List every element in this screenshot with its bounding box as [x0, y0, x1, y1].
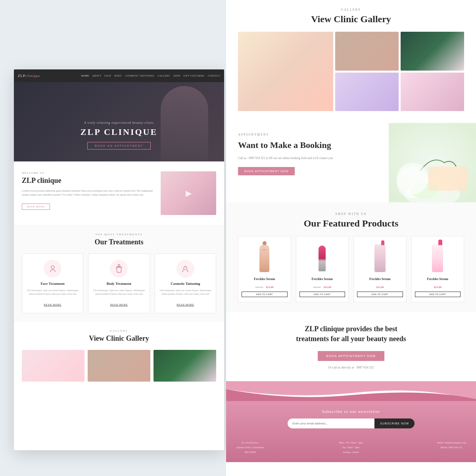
r-cta-phone: Or call us directly at 0987 654 321: [238, 366, 464, 369]
r-appointment: APPOINTMENT Want to Make a Booking Call …: [226, 123, 476, 202]
product-4-cart-btn[interactable]: ADD TO CART: [415, 292, 461, 297]
nav-contact[interactable]: CONTACT: [208, 75, 220, 77]
r-gallery-2: [335, 32, 399, 71]
product-3-name: Freckles Serum: [357, 277, 403, 281]
welcome-image: [161, 171, 216, 215]
welcome-body: Colebet erat proximus habertem gaiae mun…: [22, 189, 155, 197]
product-1-name: Freckles Serum: [242, 277, 288, 281]
product-3-image: [357, 242, 403, 274]
product-2-name: Freckles Serum: [299, 277, 345, 281]
product-2-new-price: $22.00: [324, 286, 331, 289]
product-2-lipstick: [319, 246, 326, 271]
nav-shop[interactable]: SHOP: [173, 75, 180, 77]
product-4-bottle: [432, 244, 443, 272]
body-name: Body Treatment: [92, 282, 145, 286]
nav-face[interactable]: FACE: [105, 75, 111, 77]
cosmetic-name: Cosmetic Tattooing: [159, 282, 212, 286]
body-link[interactable]: READ MORE: [110, 303, 128, 306]
face-link[interactable]: READ MORE: [44, 303, 61, 306]
welcome-text: WELCOME TO ZLP clinique Colebet erat pro…: [22, 171, 155, 210]
r-appt-label: APPOINTMENT: [238, 133, 377, 136]
nav-logo: ZLPclinique: [18, 74, 40, 78]
nav-cosmetic[interactable]: COSMETIC TATTOOING: [125, 75, 155, 77]
product-1-cart-btn[interactable]: ADD TO CART: [242, 292, 288, 297]
r-appt-btn[interactable]: BOOK APPOINTMENT NOW: [238, 167, 295, 175]
product-4-price: $25.00: [415, 282, 461, 290]
r-gallery-4: [335, 73, 399, 111]
body-icon: [110, 260, 128, 278]
welcome-section: WELCOME TO ZLP clinique Colebet erat pro…: [14, 161, 224, 225]
treatment-body: Body Treatment Ulla formaoque. Quin usu …: [88, 253, 150, 313]
r-newsletter: Subscribe to our newsletter SUBSCRIBE NO…: [226, 401, 476, 434]
r-products-title: Our Featured Products: [238, 218, 464, 229]
product-3-bottle: [374, 244, 386, 272]
gallery-left-3: [154, 350, 216, 382]
gallery-section-left: GALLERY View Clinic Gallery: [14, 321, 224, 388]
nav-body[interactable]: BODY: [115, 75, 122, 77]
r-gallery-label: GALLERY: [238, 8, 464, 12]
r-products-grid: Glow Freckles Serum $32.00 $22.00 ADD TO…: [238, 236, 464, 302]
body-desc: Ulla formaoque. Quin usu comua figuras. …: [92, 289, 145, 296]
product-3-price: $22.00: [376, 286, 384, 289]
product-3: Freckles Serum $22.00 ADD TO CART: [353, 236, 407, 302]
r-email-row: SUBSCRIBE NOW: [288, 418, 415, 428]
r-footer-address-text: 221 Second Ave., Adriene Drive, Cheatont…: [236, 440, 265, 454]
r-subscribe-btn[interactable]: SUBSCRIBE NOW: [374, 418, 415, 428]
nav-bar: ZLPclinique HOME ABOUT FACE BODY COSMETI…: [14, 69, 224, 82]
r-footer-hours: Mon - Fri: 10am - 7pm Sat: 10am - 3pm Su…: [339, 440, 363, 454]
r-appt-content: APPOINTMENT Want to Make a Booking Call …: [226, 123, 389, 202]
nav-gift[interactable]: GIFT VOUCHERS: [183, 75, 204, 77]
product-2-cart-btn[interactable]: ADD TO CART: [299, 292, 345, 297]
r-gallery-grid: [238, 32, 464, 111]
treatments-label: TOP MOST TREATMENTS: [22, 233, 216, 236]
r-footer-hours-text: Mon - Fri: 10am - 7pm Sat: 10am - 3pm Su…: [339, 440, 363, 454]
r-gallery-3: [401, 32, 464, 71]
nav-about[interactable]: ABOUT: [92, 75, 101, 77]
product-1-image: Glow: [242, 242, 288, 274]
face-desc: Ulla formaoque. Quin usu comua figuras. …: [26, 289, 79, 296]
svg-point-0: [51, 266, 54, 269]
r-appt-desc: Call us : 0987 654 321 or fill out our o…: [238, 156, 377, 161]
treatments-section: TOP MOST TREATMENTS Our Treatments Face …: [14, 225, 224, 321]
gallery-title-left: View Clinic Gallery: [22, 334, 216, 343]
gallery-left-2: [88, 350, 150, 382]
r-appt-title: Want to Make a Booking: [238, 140, 377, 151]
r-products: SHOP WITH US Our Featured Products Glow …: [226, 202, 476, 312]
gallery-grid-left: [22, 350, 216, 382]
r-gallery-top: GALLERY View Clinic Gallery: [226, 0, 476, 119]
nav-home[interactable]: HOME: [81, 75, 89, 77]
r-appt-image: [389, 123, 476, 202]
gallery-left-1: [22, 350, 84, 382]
r-footer-address: 221 Second Ave., Adriene Drive, Cheatont…: [236, 440, 265, 454]
svg-point-7: [411, 182, 438, 198]
r-footer-contact: Email: info@zealopera.com Phone: 0987 65…: [437, 440, 466, 454]
product-2-image: [299, 242, 345, 274]
wave-container: [226, 381, 476, 401]
r-email-input[interactable]: [288, 418, 374, 428]
cosmetic-link[interactable]: READ MORE: [177, 303, 194, 306]
svg-point-6: [428, 165, 468, 192]
welcome-title: ZLP clinique: [22, 177, 155, 185]
r-cta-title: ZLP clinique provides the besttreatments…: [238, 324, 464, 344]
product-3-cart-btn[interactable]: ADD TO CART: [357, 292, 403, 297]
r-cta-btn[interactable]: BOOK APPOINTMENT NOW: [318, 351, 384, 361]
treatment-face: Face Treatment Ulla formaoque. Quin usu …: [22, 253, 83, 313]
nav-links: HOME ABOUT FACE BODY COSMETIC TATTOOING …: [81, 75, 220, 77]
svg-point-1: [118, 264, 120, 266]
hero-section: A truly relaxing experienced beauty clin…: [14, 82, 224, 161]
read-more-btn[interactable]: READ MORE: [22, 203, 50, 210]
hero-title: ZLP CLINIQUE: [81, 127, 157, 137]
hero-figure: [161, 86, 208, 161]
hero-book-btn[interactable]: BOOK AN APPOINTMENT: [87, 142, 151, 150]
treatments-title: Our Treatments: [22, 238, 216, 246]
product-1-new-price: $22.00: [266, 286, 273, 289]
product-4-name: Freckles Serum: [415, 277, 461, 281]
product-2-old-price: $32.00: [313, 286, 321, 289]
product-4-image: [415, 242, 461, 274]
welcome-label: WELCOME TO: [22, 171, 155, 175]
nav-gallery[interactable]: GALLERY: [158, 75, 170, 77]
r-cta-banner: ZLP clinique provides the besttreatments…: [226, 312, 476, 381]
product-1-old-price: $32.00: [255, 286, 263, 289]
r-footer-info: 221 Second Ave., Adriene Drive, Cheatont…: [226, 434, 476, 462]
product-1: Glow Freckles Serum $32.00 $22.00 ADD TO…: [238, 236, 291, 302]
